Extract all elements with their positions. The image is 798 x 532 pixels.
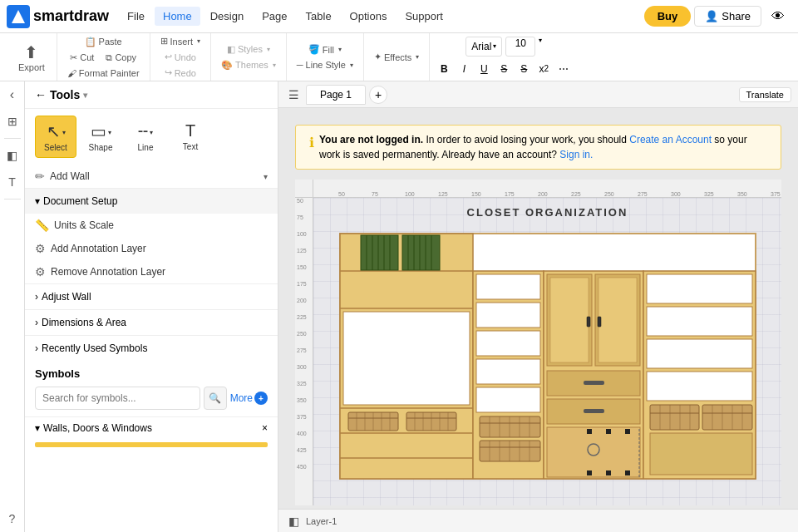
styles-button[interactable]: ◧ Styles ▾ (222, 42, 275, 57)
bold-button[interactable]: B (435, 60, 453, 78)
svg-marker-0 (12, 10, 25, 23)
top-nav: smartdraw File Home Design Page Table Op… (0, 0, 798, 33)
symbols-search-row: 🔍 More + (35, 387, 268, 410)
adjust-wall-header[interactable]: › Adjust Wall (25, 284, 278, 309)
back-button[interactable]: ‹ (2, 85, 22, 105)
svg-rect-59 (598, 278, 637, 362)
nav-options[interactable]: Options (342, 7, 396, 26)
add-annotation-item[interactable]: ⚙ Add Annotation Layer (25, 237, 278, 260)
svg-rect-40 (476, 387, 540, 412)
symbols-search-button[interactable]: 🔍 (204, 387, 227, 410)
sign-in-link[interactable]: Sign in. (559, 149, 593, 160)
text-tool[interactable]: T (2, 172, 22, 192)
superscript-button[interactable]: x2 (534, 60, 553, 78)
svg-rect-80 (647, 372, 752, 401)
symbols-section: Symbols 🔍 More + (25, 361, 278, 416)
nav-design[interactable]: Design (202, 7, 252, 26)
chevron-category-icon: ▾ (35, 422, 40, 434)
chevron-down-icon: ▾ (35, 195, 40, 207)
units-scale-item[interactable]: 📏 Units & Scale (25, 214, 278, 237)
sidebar-title[interactable]: ← Tools ▾ (35, 88, 87, 101)
nav-table[interactable]: Table (298, 7, 340, 26)
svg-rect-36 (476, 274, 540, 299)
line-style-button[interactable]: ─ Line Style ▾ (292, 58, 358, 71)
help-tool[interactable]: ? (2, 509, 22, 529)
add-wall-chevron: ▾ (264, 172, 268, 181)
redo-button[interactable]: ↪ Redo (160, 66, 201, 80)
diagram-canvas[interactable]: CLOSET ORGANIZATION (313, 198, 781, 505)
insert-dropdown-icon: ▾ (197, 37, 200, 45)
symbols-more-button[interactable]: More + (230, 392, 268, 405)
page-1-tab[interactable]: Page 1 (306, 85, 366, 105)
select-tool-button[interactable]: ↖ ▾ Select (35, 116, 76, 158)
strikethrough-button2[interactable]: S (515, 60, 533, 78)
shapes-tool[interactable]: ◧ (2, 145, 22, 165)
diagram-title: CLOSET ORGANIZATION (322, 206, 773, 219)
format-painter-icon: 🖌 (67, 68, 76, 78)
strikethrough-button1[interactable]: S (495, 60, 513, 78)
text-tool-button[interactable]: T Text (170, 116, 211, 158)
effects-icon: ✦ (374, 52, 382, 62)
fill-button[interactable]: 🪣 Fill ▾ (303, 42, 347, 57)
nav-home[interactable]: Home (155, 7, 200, 26)
shape-tool-button[interactable]: ▭ ▾ Shape (80, 116, 121, 158)
tool-separator-2 (4, 199, 21, 200)
share-button[interactable]: 👤 Share (694, 6, 761, 27)
remove-annotation-item[interactable]: ⚙ Remove Annotation Layer (25, 260, 278, 283)
svg-rect-81 (650, 405, 699, 430)
nav-file[interactable]: File (119, 7, 153, 26)
nav-support[interactable]: Support (397, 7, 451, 26)
shape-icon: ▭ (91, 121, 106, 141)
undo-button[interactable]: ↩ Undo (160, 50, 201, 64)
tool-buttons-row: ↖ ▾ Select ▭ ▾ Shape ╌ ▾ Line (25, 109, 278, 165)
insert-button[interactable]: ⊞ Insert ▾ (155, 34, 206, 48)
buy-button[interactable]: Buy (644, 6, 692, 27)
home-tool[interactable]: ⊞ (2, 111, 22, 131)
font-family-select[interactable]: Arial ▾ (466, 37, 502, 57)
add-page-button[interactable]: + (369, 86, 387, 104)
dimensions-header[interactable]: › Dimensions & Area (25, 310, 278, 335)
ribbon-font-group: Arial ▾ 10 ▾ B I U S S x2 ⋯ (430, 33, 578, 81)
export-button[interactable]: ⬆ Export (12, 39, 52, 76)
annotation-add-icon: ⚙ (35, 242, 46, 255)
ribbon-effects-group: ✦ Effects ▾ (364, 33, 430, 81)
category-walls-item[interactable]: ▾ Walls, Doors & Windows × (25, 416, 278, 439)
paste-button[interactable]: 📋 Paste (80, 35, 127, 49)
nav-page[interactable]: Page (254, 7, 295, 26)
create-account-link[interactable]: Create an Account (629, 134, 712, 145)
underline-button[interactable]: U (475, 60, 493, 78)
translate-button[interactable]: Translate (739, 87, 791, 102)
svg-rect-60 (587, 317, 590, 327)
fill-icon: 🪣 (308, 44, 320, 55)
format-painter-button[interactable]: 🖌 Format Painter (62, 66, 145, 80)
svg-rect-66 (584, 409, 604, 413)
closet-diagram: 2'4" (322, 225, 773, 483)
diagram-wrapper: 50 75 100 125 150 175 200 225 250 275 30… (295, 180, 781, 505)
svg-rect-61 (598, 317, 601, 327)
add-wall-item[interactable]: ✏ Add Wall ▾ (25, 165, 278, 188)
symbols-search-input[interactable] (35, 387, 200, 410)
document-setup-header[interactable]: ▾ Document Setup (25, 189, 278, 214)
app-logo[interactable]: smartdraw (7, 5, 109, 28)
ribbon-clipboard-group: 📋 Paste ✂ Cut ⧉ Copy 🖌 Format Painter (57, 33, 150, 81)
cut-button[interactable]: ✂ Cut (65, 51, 99, 65)
layer-label: Layer-1 (306, 516, 337, 526)
svg-rect-39 (476, 359, 540, 384)
select-dropdown-icon: ▾ (62, 129, 66, 136)
line-tool-button[interactable]: ╌ ▾ Line (125, 116, 166, 158)
close-category-icon[interactable]: × (262, 422, 268, 434)
font-size-input[interactable]: 10 (505, 37, 535, 57)
recently-used-header[interactable]: › Recently Used Symbols (25, 336, 278, 361)
copy-button[interactable]: ⧉ Copy (101, 51, 141, 65)
page-menu-button[interactable]: ☰ (285, 86, 303, 103)
canvas-scroll[interactable]: ℹ You are not logged in. In order to avo… (278, 108, 798, 509)
effects-button[interactable]: ✦ Effects ▾ (369, 50, 424, 64)
themes-button[interactable]: 🎨 Themes ▾ (216, 58, 281, 72)
more-text-button[interactable]: ⋯ (554, 60, 573, 78)
ribbon: ⬆ Export 📋 Paste ✂ Cut ⧉ Copy 🖌 Format P (0, 33, 798, 81)
preview-button[interactable]: 👁 (765, 6, 791, 27)
svg-rect-41 (480, 416, 540, 437)
svg-rect-69 (606, 429, 611, 434)
ribbon-fill-group: 🪣 Fill ▾ ─ Line Style ▾ (287, 33, 364, 81)
italic-button[interactable]: I (455, 60, 473, 78)
